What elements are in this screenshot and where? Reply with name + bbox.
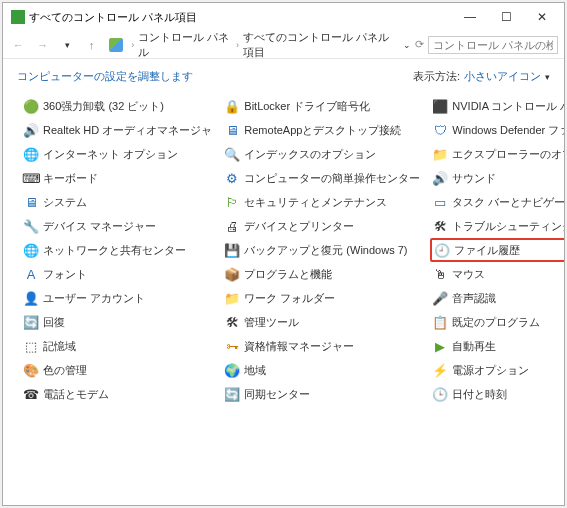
- control-panel-item[interactable]: 🛠管理ツール: [222, 310, 422, 334]
- control-panel-item[interactable]: 📁エクスプローラーのオプション: [430, 142, 564, 166]
- item-icon: 🔄: [224, 386, 240, 402]
- view-mode: 表示方法: 小さいアイコン ▾: [413, 69, 550, 84]
- control-panel-item[interactable]: ⌨キーボード: [21, 166, 214, 190]
- item-label: 既定のプログラム: [452, 315, 540, 330]
- control-panel-item[interactable]: 🌍地域: [222, 358, 422, 382]
- control-panel-item[interactable]: 💾バックアップと復元 (Windows 7): [222, 238, 422, 262]
- item-icon: 🟢: [23, 98, 39, 114]
- control-panel-item[interactable]: 🌐ネットワークと共有センター: [21, 238, 214, 262]
- control-panel-item[interactable]: 👤ユーザー アカウント: [21, 286, 214, 310]
- control-panel-item[interactable]: ▶自動再生: [430, 334, 564, 358]
- control-panel-item[interactable]: 🔊Realtek HD オーディオマネージャ: [21, 118, 214, 142]
- item-icon: 📋: [432, 314, 448, 330]
- control-panel-item[interactable]: 🔧デバイス マネージャー: [21, 214, 214, 238]
- control-panel-item[interactable]: 🔄同期センター: [222, 382, 422, 406]
- item-icon: A: [23, 266, 39, 282]
- item-icon: 🌐: [23, 242, 39, 258]
- item-icon: 🔄: [23, 314, 39, 330]
- item-label: タスク バーとナビゲーション: [452, 195, 564, 210]
- control-panel-item[interactable]: 🕒日付と時刻: [430, 382, 564, 406]
- control-panel-item[interactable]: Aフォント: [21, 262, 214, 286]
- crumb-all-items[interactable]: すべてのコントロール パネル項目: [243, 30, 397, 60]
- forward-button[interactable]: →: [33, 35, 51, 55]
- control-panel-item[interactable]: 🖥システム: [21, 190, 214, 214]
- items-grid: 🟢360强力卸载 (32 ビット)🔒BitLocker ドライブ暗号化⬛NVID…: [3, 90, 564, 505]
- history-dropdown[interactable]: ▾: [58, 35, 76, 55]
- control-panel-item[interactable]: 📦プログラムと機能: [222, 262, 422, 286]
- item-label: サウンド: [452, 171, 496, 186]
- item-label: Realtek HD オーディオマネージャ: [43, 123, 212, 138]
- item-label: ワーク フォルダー: [244, 291, 335, 306]
- breadcrumb[interactable]: › コントロール パネル › すべてのコントロール パネル項目: [131, 30, 397, 60]
- control-panel-item[interactable]: ⬛NVIDIA コントロール パネル: [430, 94, 564, 118]
- up-button[interactable]: ↑: [82, 35, 100, 55]
- control-panel-item[interactable]: 🖨デバイスとプリンター: [222, 214, 422, 238]
- path-dropdown[interactable]: ⌄: [403, 40, 411, 50]
- control-panel-item[interactable]: ⬚記憶域: [21, 334, 214, 358]
- control-panel-item[interactable]: 🛠トラブルシューティング: [430, 214, 564, 238]
- control-panel-item[interactable]: 🎤音声認識: [430, 286, 564, 310]
- control-panel-item[interactable]: 🗝資格情報マネージャー: [222, 334, 422, 358]
- item-label: 色の管理: [43, 363, 87, 378]
- item-icon: 🗝: [224, 338, 240, 354]
- item-icon: ⬛: [432, 98, 448, 114]
- item-icon: 💾: [224, 242, 240, 258]
- control-panel-item[interactable]: 🏳セキュリティとメンテナンス: [222, 190, 422, 214]
- minimize-button[interactable]: —: [452, 5, 488, 29]
- chevron-down-icon[interactable]: ▾: [545, 72, 550, 82]
- control-panel-item[interactable]: ☎電話とモデム: [21, 382, 214, 406]
- maximize-button[interactable]: ☐: [488, 5, 524, 29]
- item-label: 自動再生: [452, 339, 496, 354]
- control-panel-item[interactable]: 🖥RemoteAppとデスクトップ接続: [222, 118, 422, 142]
- control-panel-item[interactable]: 🔒BitLocker ドライブ暗号化: [222, 94, 422, 118]
- item-icon: 🖨: [224, 218, 240, 234]
- item-icon: ☎: [23, 386, 39, 402]
- address-icon: [107, 35, 125, 55]
- control-panel-item[interactable]: 📁ワーク フォルダー: [222, 286, 422, 310]
- item-label: Windows Defender ファイアウォール: [452, 123, 564, 138]
- control-panel-item[interactable]: 🔄回復: [21, 310, 214, 334]
- control-panel-item[interactable]: 🌐インターネット オプション: [21, 142, 214, 166]
- control-panel-item[interactable]: 🖱マウス: [430, 262, 564, 286]
- item-icon: ⬚: [23, 338, 39, 354]
- item-icon: 🔒: [224, 98, 240, 114]
- control-panel-item[interactable]: 🛡Windows Defender ファイアウォール: [430, 118, 564, 142]
- item-icon: 🛠: [224, 314, 240, 330]
- item-label: 日付と時刻: [452, 387, 507, 402]
- item-label: 地域: [244, 363, 266, 378]
- window-title: すべてのコントロール パネル項目: [29, 10, 452, 25]
- item-label: 資格情報マネージャー: [244, 339, 354, 354]
- control-panel-item[interactable]: ⚡電源オプション: [430, 358, 564, 382]
- item-label: 電話とモデム: [43, 387, 109, 402]
- crumb-control-panel[interactable]: コントロール パネル: [138, 30, 232, 60]
- item-label: 音声認識: [452, 291, 496, 306]
- item-label: フォント: [43, 267, 87, 282]
- item-label: バックアップと復元 (Windows 7): [244, 243, 407, 258]
- item-label: ユーザー アカウント: [43, 291, 145, 306]
- item-icon: 🎤: [432, 290, 448, 306]
- refresh-button[interactable]: ⟳: [415, 38, 424, 51]
- view-label: 表示方法:: [413, 69, 460, 84]
- item-icon: ▶: [432, 338, 448, 354]
- control-panel-item[interactable]: 🔍インデックスのオプション: [222, 142, 422, 166]
- control-panel-item[interactable]: 📋既定のプログラム: [430, 310, 564, 334]
- control-panel-item[interactable]: ▭タスク バーとナビゲーション: [430, 190, 564, 214]
- item-icon: 👤: [23, 290, 39, 306]
- control-panel-item[interactable]: 🟢360强力卸载 (32 ビット): [21, 94, 214, 118]
- item-label: ファイル履歴: [454, 243, 520, 258]
- back-button[interactable]: ←: [9, 35, 27, 55]
- search-input[interactable]: [428, 36, 558, 54]
- item-label: コンピューターの簡単操作センター: [244, 171, 420, 186]
- control-panel-item[interactable]: 🕘ファイル履歴: [430, 238, 564, 262]
- item-icon: 🏳: [224, 194, 240, 210]
- control-panel-item[interactable]: 🔊サウンド: [430, 166, 564, 190]
- item-label: キーボード: [43, 171, 98, 186]
- control-panel-item[interactable]: 🎨色の管理: [21, 358, 214, 382]
- item-label: ネットワークと共有センター: [43, 243, 186, 258]
- view-value[interactable]: 小さいアイコン: [464, 69, 541, 84]
- item-icon: 🖥: [23, 194, 39, 210]
- close-button[interactable]: ✕: [524, 5, 560, 29]
- item-label: 記憶域: [43, 339, 76, 354]
- control-panel-item[interactable]: ⚙コンピューターの簡単操作センター: [222, 166, 422, 190]
- item-icon: ⌨: [23, 170, 39, 186]
